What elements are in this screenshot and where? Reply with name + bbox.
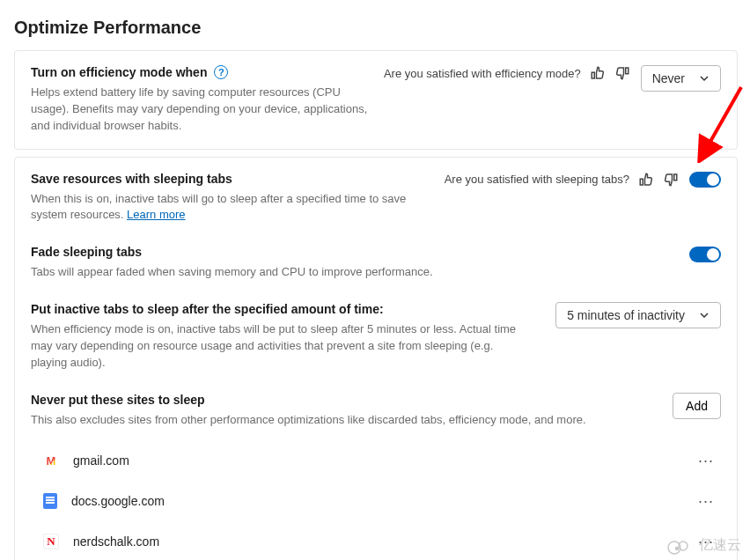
site-list: Mgmail.com···docs.google.com···Nnerdscha… xyxy=(31,440,721,560)
more-button[interactable]: ··· xyxy=(695,490,717,512)
sleeping-desc-text: When this is on, inactive tabs will go t… xyxy=(31,192,406,222)
more-button[interactable]: ··· xyxy=(695,530,717,553)
efficiency-select[interactable]: Never xyxy=(641,65,721,92)
sleeping-desc: When this is on, inactive tabs will go t… xyxy=(31,191,409,225)
fade-title: Fade sleeping tabs xyxy=(31,245,142,259)
site-row: Mgmail.com··· xyxy=(31,440,721,481)
never-title: Never put these sites to sleep xyxy=(31,393,205,407)
site-domain: nerdschalk.com xyxy=(73,534,680,549)
sleeping-toggle[interactable] xyxy=(689,172,721,188)
efficiency-select-value: Never xyxy=(652,71,685,85)
chevron-down-icon xyxy=(699,73,710,84)
thumb-up-icon[interactable] xyxy=(590,65,606,81)
sleeping-title: Save resources with sleeping tabs xyxy=(31,172,232,186)
nerdschalk-icon: N xyxy=(43,534,59,549)
efficiency-feedback: Are you satisfied with efficiency mode? xyxy=(384,65,630,81)
docs-icon xyxy=(43,493,57,509)
page-title: Optimize Performance xyxy=(14,18,738,38)
never-desc: This also excludes sites from other perf… xyxy=(31,412,662,429)
sleeping-card: Save resources with sleeping tabs When t… xyxy=(14,157,738,560)
site-domain: gmail.com xyxy=(73,453,680,468)
timeout-select-value: 5 minutes of inactivity xyxy=(567,308,685,322)
fade-desc: Tabs will appear faded when saving memor… xyxy=(31,264,679,281)
timeout-select[interactable]: 5 minutes of inactivity xyxy=(555,302,721,328)
thumb-down-icon[interactable] xyxy=(614,65,630,81)
timeout-desc: When efficiency mode is on, inactive tab… xyxy=(31,321,533,372)
site-domain: docs.google.com xyxy=(71,494,680,508)
help-icon[interactable]: ? xyxy=(214,65,228,79)
learn-more-link[interactable]: Learn more xyxy=(127,208,185,221)
efficiency-title: Turn on efficiency mode when ? xyxy=(31,65,228,79)
efficiency-title-text: Turn on efficiency mode when xyxy=(31,65,207,79)
efficiency-card: Turn on efficiency mode when ? Helps ext… xyxy=(14,50,738,150)
gmail-icon: M xyxy=(43,453,59,468)
fade-toggle[interactable] xyxy=(689,247,721,262)
site-row: docs.google.com··· xyxy=(31,481,721,521)
sleeping-feedback: Are you satisfied with sleeping tabs? xyxy=(445,172,679,188)
timeout-title: Put inactive tabs to sleep after the spe… xyxy=(31,302,384,316)
thumb-up-icon[interactable] xyxy=(638,172,654,188)
efficiency-feedback-q: Are you satisfied with efficiency mode? xyxy=(384,67,581,80)
site-row: Nnerdschalk.com··· xyxy=(31,521,721,560)
chevron-down-icon xyxy=(699,310,710,321)
more-button[interactable]: ··· xyxy=(695,449,717,472)
thumb-down-icon[interactable] xyxy=(663,172,679,188)
add-site-button[interactable]: Add xyxy=(673,393,721,419)
efficiency-desc: Helps extend battery life by saving comp… xyxy=(31,85,373,135)
sleeping-feedback-q: Are you satisfied with sleeping tabs? xyxy=(445,173,629,186)
